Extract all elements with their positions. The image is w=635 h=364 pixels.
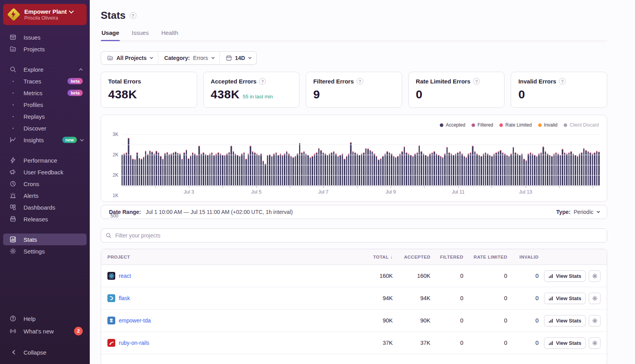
chart-bar[interactable]: [468, 154, 469, 185]
chart-bar[interactable]: [320, 150, 321, 185]
chart-bar[interactable]: [254, 152, 255, 185]
chart-bar[interactable]: [389, 152, 390, 185]
chart-bar[interactable]: [198, 146, 200, 185]
sidebar-item-crons[interactable]: Crons: [3, 178, 87, 190]
chart-bar[interactable]: [446, 147, 448, 185]
chart-bar[interactable]: [201, 154, 202, 185]
chart-bar[interactable]: [260, 154, 261, 185]
sidebar-item-replays[interactable]: Replays: [3, 110, 87, 122]
chart-bar[interactable]: [132, 159, 133, 185]
chart-bar[interactable]: [171, 154, 172, 185]
chart-bar[interactable]: [323, 152, 324, 185]
chart-bar[interactable]: [397, 156, 398, 185]
column-header-filtered[interactable]: FILTERED: [430, 255, 463, 259]
chart-bar[interactable]: [528, 154, 529, 185]
chart-bar[interactable]: [568, 152, 570, 185]
chart-bar[interactable]: [504, 154, 505, 185]
chart-bar[interactable]: [248, 154, 249, 185]
project-link[interactable]: react: [119, 273, 131, 279]
chart-bar[interactable]: [154, 154, 155, 185]
chart-bar[interactable]: [139, 158, 140, 185]
chart-bar[interactable]: [256, 154, 258, 185]
chart-bar[interactable]: [141, 159, 142, 185]
chart-bar[interactable]: [406, 152, 407, 185]
legend-item-client-discard[interactable]: Client Discard: [564, 122, 599, 128]
chart-bar[interactable]: [230, 146, 232, 185]
sidebar-item-issues[interactable]: Issues: [3, 31, 87, 43]
chart-bar[interactable]: [592, 154, 593, 185]
chart-bar[interactable]: [370, 150, 371, 185]
chart-bar[interactable]: [425, 155, 426, 185]
chart-bar[interactable]: [278, 155, 279, 185]
sidebar-item-settings[interactable]: Settings: [3, 245, 87, 257]
chart-bar[interactable]: [233, 151, 234, 185]
help-icon[interactable]: ?: [473, 78, 480, 85]
chart-bar[interactable]: [224, 155, 225, 185]
chart-bar[interactable]: [158, 152, 159, 185]
chart-bar[interactable]: [327, 155, 328, 185]
chart-bar[interactable]: [290, 156, 292, 185]
chart-bar[interactable]: [549, 155, 550, 185]
chart-bar[interactable]: [404, 147, 405, 185]
chart-bar[interactable]: [318, 148, 319, 185]
search-input[interactable]: [101, 228, 607, 243]
chart-bar[interactable]: [596, 151, 597, 185]
chart-bar[interactable]: [299, 143, 300, 185]
column-header-rate-limited[interactable]: RATE LIMITED: [463, 255, 507, 259]
chart-bar[interactable]: [481, 156, 482, 185]
tab-health[interactable]: Health: [160, 29, 179, 41]
chart-bar[interactable]: [538, 154, 539, 185]
chart-bar[interactable]: [361, 154, 362, 185]
chart-bar[interactable]: [427, 156, 428, 185]
chart-bar[interactable]: [250, 146, 251, 185]
sidebar-item-metrics[interactable]: Metricsbeta: [3, 87, 87, 99]
chart-bar[interactable]: [566, 154, 567, 185]
chart-bar[interactable]: [438, 155, 439, 185]
chart-bar[interactable]: [156, 151, 157, 185]
chart-bar[interactable]: [288, 154, 289, 185]
chart-bar[interactable]: [523, 159, 524, 185]
chart-bar[interactable]: [485, 152, 486, 185]
chart-bar[interactable]: [209, 154, 210, 185]
chart-bar[interactable]: [448, 152, 450, 185]
chart-bar[interactable]: [583, 148, 584, 185]
chart-bar[interactable]: [555, 152, 557, 185]
chart-bar[interactable]: [310, 157, 311, 185]
chart-type-selector[interactable]: Type: Periodic: [556, 209, 599, 215]
chart-bar[interactable]: [581, 152, 582, 185]
chart-bar[interactable]: [451, 154, 452, 185]
chart-bar[interactable]: [357, 154, 358, 185]
chart-bar[interactable]: [235, 154, 236, 185]
project-filter-button[interactable]: All Projects: [101, 52, 158, 64]
chart-bar[interactable]: [295, 156, 296, 185]
column-header-total[interactable]: TOTAL ↓: [354, 254, 393, 260]
chart-bar[interactable]: [271, 156, 272, 185]
chart-bar[interactable]: [258, 155, 259, 185]
chart-bar[interactable]: [226, 154, 227, 185]
period-filter-button[interactable]: 14D: [220, 52, 257, 64]
chart-bar[interactable]: [530, 152, 531, 185]
chart-bar[interactable]: [551, 156, 552, 185]
chart-bar[interactable]: [498, 151, 499, 185]
chart-bar[interactable]: [190, 156, 191, 185]
chart-bar[interactable]: [363, 152, 364, 185]
project-settings-button[interactable]: [589, 315, 601, 326]
chart-bar[interactable]: [557, 154, 559, 185]
chart-bar[interactable]: [434, 151, 435, 185]
chart-bar[interactable]: [521, 154, 523, 185]
sidebar-item-insights[interactable]: Insightsnew: [3, 134, 87, 146]
chart-bar[interactable]: [464, 156, 465, 185]
chart-bar[interactable]: [130, 155, 131, 185]
chart-bar[interactable]: [459, 151, 461, 185]
chart-bar[interactable]: [167, 152, 168, 185]
chart-bar[interactable]: [410, 155, 411, 185]
chart-bar[interactable]: [453, 155, 454, 185]
chart-bar[interactable]: [173, 152, 174, 185]
chart-bar[interactable]: [519, 155, 520, 185]
project-link[interactable]: empower-tda: [119, 317, 151, 324]
chart-bar[interactable]: [365, 148, 366, 185]
chart-bar[interactable]: [263, 161, 264, 185]
chart-bar[interactable]: [211, 152, 212, 185]
view-stats-button[interactable]: View Stats: [544, 293, 586, 304]
chart-bar[interactable]: [312, 156, 313, 185]
